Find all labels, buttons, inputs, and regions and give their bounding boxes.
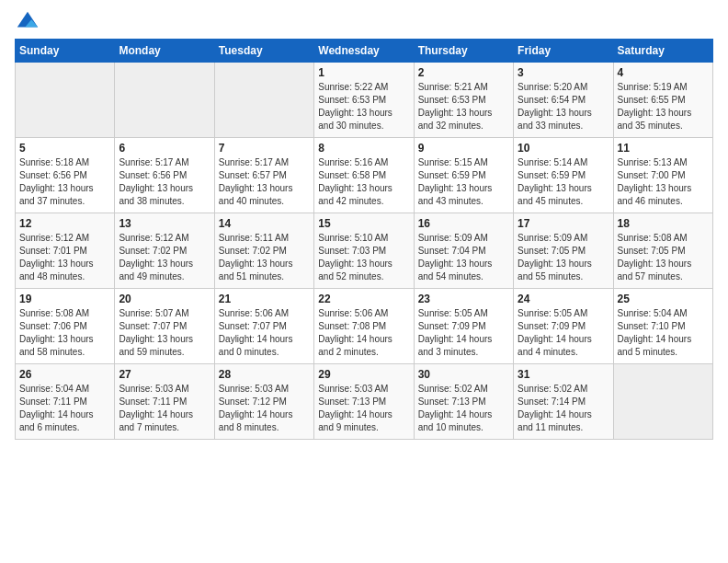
cell-content: Sunrise: 5:15 AMSunset: 6:59 PMDaylight:…	[418, 156, 509, 208]
cell-content: Sunrise: 5:13 AMSunset: 7:00 PMDaylight:…	[618, 156, 709, 208]
cell-content: Sunrise: 5:04 AMSunset: 7:10 PMDaylight:…	[618, 307, 709, 359]
cell-content: Sunrise: 5:05 AMSunset: 7:09 PMDaylight:…	[518, 307, 609, 359]
cell-content: Sunrise: 5:21 AMSunset: 6:53 PMDaylight:…	[418, 81, 509, 132]
cell-content: Sunrise: 5:18 AMSunset: 6:56 PMDaylight:…	[19, 156, 110, 208]
calendar-cell: 22Sunrise: 5:06 AMSunset: 7:08 PMDayligh…	[314, 289, 414, 364]
header-cell-thursday: Thursday	[414, 40, 513, 63]
calendar-cell: 14Sunrise: 5:11 AMSunset: 7:02 PMDayligh…	[214, 213, 313, 289]
calendar-cell: 5Sunrise: 5:18 AMSunset: 6:56 PMDaylight…	[16, 138, 115, 213]
calendar-cell: 13Sunrise: 5:12 AMSunset: 7:02 PMDayligh…	[115, 213, 214, 289]
calendar-cell: 2Sunrise: 5:21 AMSunset: 6:53 PMDaylight…	[414, 63, 513, 138]
day-number: 6	[119, 142, 210, 155]
calendar-cell: 20Sunrise: 5:07 AMSunset: 7:07 PMDayligh…	[115, 289, 214, 364]
calendar-cell	[214, 63, 313, 138]
day-number: 28	[219, 368, 310, 381]
calendar-cell: 12Sunrise: 5:12 AMSunset: 7:01 PMDayligh…	[16, 213, 115, 289]
day-number: 24	[518, 293, 609, 305]
calendar-week-row: 1Sunrise: 5:22 AMSunset: 6:53 PMDaylight…	[16, 63, 713, 138]
day-number: 31	[518, 368, 609, 381]
calendar-cell: 23Sunrise: 5:05 AMSunset: 7:09 PMDayligh…	[414, 289, 513, 364]
day-number: 1	[318, 66, 409, 79]
cell-content: Sunrise: 5:06 AMSunset: 7:08 PMDaylight:…	[318, 307, 409, 359]
cell-content: Sunrise: 5:14 AMSunset: 6:59 PMDaylight:…	[518, 156, 609, 208]
day-number: 18	[618, 217, 709, 230]
calendar-cell: 27Sunrise: 5:03 AMSunset: 7:11 PMDayligh…	[115, 364, 214, 440]
calendar-cell: 28Sunrise: 5:03 AMSunset: 7:12 PMDayligh…	[214, 364, 313, 440]
page: SundayMondayTuesdayWednesdayThursdayFrid…	[0, 0, 728, 449]
day-number: 25	[618, 293, 709, 305]
day-number: 22	[318, 293, 409, 305]
day-number: 19	[19, 293, 110, 305]
cell-content: Sunrise: 5:03 AMSunset: 7:11 PMDaylight:…	[119, 383, 210, 434]
cell-content: Sunrise: 5:09 AMSunset: 7:04 PMDaylight:…	[418, 232, 509, 283]
cell-content: Sunrise: 5:07 AMSunset: 7:07 PMDaylight:…	[119, 307, 210, 359]
day-number: 10	[518, 142, 609, 155]
day-number: 9	[418, 142, 509, 155]
header-cell-friday: Friday	[514, 40, 613, 63]
day-number: 2	[418, 66, 509, 79]
calendar-week-row: 19Sunrise: 5:08 AMSunset: 7:06 PMDayligh…	[16, 289, 713, 364]
calendar-cell: 21Sunrise: 5:06 AMSunset: 7:07 PMDayligh…	[214, 289, 313, 364]
day-number: 16	[418, 217, 509, 230]
cell-content: Sunrise: 5:19 AMSunset: 6:55 PMDaylight:…	[618, 81, 709, 132]
cell-content: Sunrise: 5:12 AMSunset: 7:02 PMDaylight:…	[119, 232, 210, 283]
cell-content: Sunrise: 5:10 AMSunset: 7:03 PMDaylight:…	[318, 232, 409, 283]
calendar-cell: 15Sunrise: 5:10 AMSunset: 7:03 PMDayligh…	[314, 213, 414, 289]
calendar-cell: 3Sunrise: 5:20 AMSunset: 6:54 PMDaylight…	[514, 63, 613, 138]
calendar-cell: 9Sunrise: 5:15 AMSunset: 6:59 PMDaylight…	[414, 138, 513, 213]
header-cell-monday: Monday	[115, 40, 214, 63]
day-number: 27	[119, 368, 210, 381]
cell-content: Sunrise: 5:02 AMSunset: 7:13 PMDaylight:…	[418, 383, 509, 434]
cell-content: Sunrise: 5:09 AMSunset: 7:05 PMDaylight:…	[518, 232, 609, 283]
header-cell-sunday: Sunday	[16, 40, 115, 63]
cell-content: Sunrise: 5:12 AMSunset: 7:01 PMDaylight:…	[19, 232, 110, 283]
calendar-cell: 18Sunrise: 5:08 AMSunset: 7:05 PMDayligh…	[613, 213, 712, 289]
calendar-cell: 11Sunrise: 5:13 AMSunset: 7:00 PMDayligh…	[613, 138, 712, 213]
cell-content: Sunrise: 5:03 AMSunset: 7:13 PMDaylight:…	[318, 383, 409, 434]
day-number: 4	[618, 66, 709, 79]
cell-content: Sunrise: 5:17 AMSunset: 6:57 PMDaylight:…	[219, 156, 310, 208]
logo	[15, 9, 42, 35]
calendar-cell: 16Sunrise: 5:09 AMSunset: 7:04 PMDayligh…	[414, 213, 513, 289]
day-number: 30	[418, 368, 509, 381]
calendar-week-row: 12Sunrise: 5:12 AMSunset: 7:01 PMDayligh…	[16, 213, 713, 289]
day-number: 29	[318, 368, 409, 381]
day-number: 12	[19, 217, 110, 230]
cell-content: Sunrise: 5:05 AMSunset: 7:09 PMDaylight:…	[418, 307, 509, 359]
calendar-cell	[613, 364, 712, 440]
calendar-cell: 24Sunrise: 5:05 AMSunset: 7:09 PMDayligh…	[514, 289, 613, 364]
calendar-table: SundayMondayTuesdayWednesdayThursdayFrid…	[15, 39, 713, 440]
day-number: 21	[219, 293, 310, 305]
calendar-cell: 10Sunrise: 5:14 AMSunset: 6:59 PMDayligh…	[514, 138, 613, 213]
cell-content: Sunrise: 5:03 AMSunset: 7:12 PMDaylight:…	[219, 383, 310, 434]
calendar-cell: 4Sunrise: 5:19 AMSunset: 6:55 PMDaylight…	[613, 63, 712, 138]
calendar-cell: 29Sunrise: 5:03 AMSunset: 7:13 PMDayligh…	[314, 364, 414, 440]
day-number: 5	[19, 142, 110, 155]
calendar-week-row: 5Sunrise: 5:18 AMSunset: 6:56 PMDaylight…	[16, 138, 713, 213]
cell-content: Sunrise: 5:11 AMSunset: 7:02 PMDaylight:…	[219, 232, 310, 283]
day-number: 23	[418, 293, 509, 305]
cell-content: Sunrise: 5:02 AMSunset: 7:14 PMDaylight:…	[518, 383, 609, 434]
header-cell-tuesday: Tuesday	[214, 40, 313, 63]
cell-content: Sunrise: 5:08 AMSunset: 7:06 PMDaylight:…	[19, 307, 110, 359]
calendar-cell	[16, 63, 115, 138]
day-number: 26	[19, 368, 110, 381]
cell-content: Sunrise: 5:22 AMSunset: 6:53 PMDaylight:…	[318, 81, 409, 132]
header-cell-saturday: Saturday	[613, 40, 712, 63]
day-number: 7	[219, 142, 310, 155]
calendar-cell: 17Sunrise: 5:09 AMSunset: 7:05 PMDayligh…	[514, 213, 613, 289]
day-number: 8	[318, 142, 409, 155]
header	[15, 9, 713, 35]
cell-content: Sunrise: 5:20 AMSunset: 6:54 PMDaylight:…	[518, 81, 609, 132]
calendar-cell	[115, 63, 214, 138]
calendar-cell: 25Sunrise: 5:04 AMSunset: 7:10 PMDayligh…	[613, 289, 712, 364]
day-number: 13	[119, 217, 210, 230]
calendar-cell: 26Sunrise: 5:04 AMSunset: 7:11 PMDayligh…	[16, 364, 115, 440]
cell-content: Sunrise: 5:17 AMSunset: 6:56 PMDaylight:…	[119, 156, 210, 208]
header-cell-wednesday: Wednesday	[314, 40, 414, 63]
calendar-cell: 31Sunrise: 5:02 AMSunset: 7:14 PMDayligh…	[514, 364, 613, 440]
calendar-cell: 6Sunrise: 5:17 AMSunset: 6:56 PMDaylight…	[115, 138, 214, 213]
cell-content: Sunrise: 5:16 AMSunset: 6:58 PMDaylight:…	[318, 156, 409, 208]
calendar-cell: 1Sunrise: 5:22 AMSunset: 6:53 PMDaylight…	[314, 63, 414, 138]
day-number: 3	[518, 66, 609, 79]
